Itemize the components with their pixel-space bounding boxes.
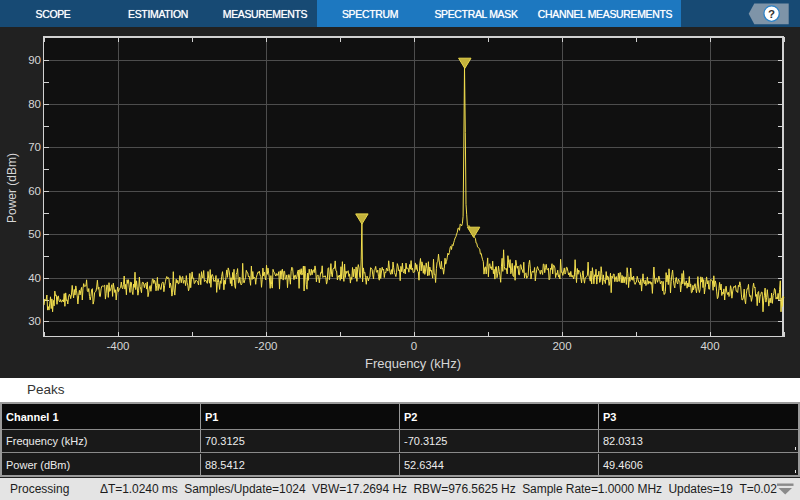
svg-text:40: 40 (28, 272, 41, 284)
svg-text:400: 400 (700, 340, 719, 352)
svg-text:-200: -200 (254, 340, 277, 352)
svg-text:60: 60 (28, 185, 41, 197)
svg-text:50: 50 (28, 228, 41, 240)
svg-text:90: 90 (28, 54, 41, 66)
svg-text:70: 70 (28, 141, 41, 153)
svg-text:200: 200 (552, 340, 571, 352)
svg-text:0: 0 (411, 340, 417, 352)
svg-text:-400: -400 (106, 340, 129, 352)
svg-text:80: 80 (28, 98, 41, 110)
svg-text:Frequency (kHz): Frequency (kHz) (365, 356, 461, 371)
svg-text:Power (dBm): Power (dBm) (5, 153, 19, 223)
svg-text:30: 30 (28, 315, 41, 327)
